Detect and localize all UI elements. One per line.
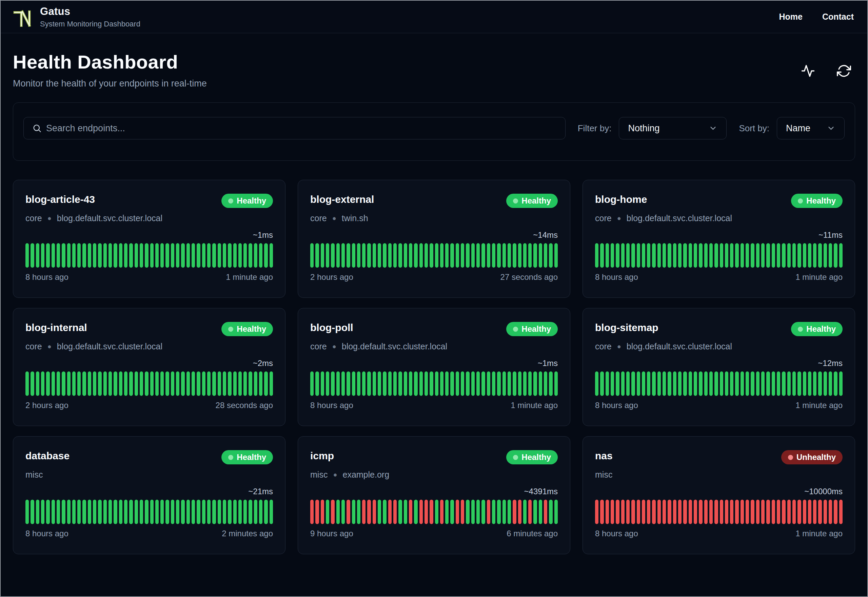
uptime-bar[interactable] (808, 371, 812, 396)
uptime-bar[interactable] (683, 243, 687, 267)
uptime-bar[interactable] (813, 500, 816, 524)
uptime-bar[interactable] (264, 500, 268, 524)
uptime-bar[interactable] (829, 500, 832, 524)
uptime-bar[interactable] (181, 500, 184, 524)
uptime-bar[interactable] (611, 243, 614, 267)
uptime-bar[interactable] (41, 243, 44, 267)
uptime-bar[interactable] (145, 500, 148, 524)
uptime-bar[interactable] (254, 243, 257, 267)
uptime-bar[interactable] (714, 500, 718, 524)
uptime-bar[interactable] (82, 243, 86, 267)
uptime-bar[interactable] (662, 371, 666, 396)
uptime-bar[interactable] (595, 243, 598, 267)
uptime-bar[interactable] (626, 243, 630, 267)
uptime-bar[interactable] (197, 500, 200, 524)
uptime-bar[interactable] (41, 500, 44, 524)
uptime-bar[interactable] (533, 500, 537, 524)
uptime-bar[interactable] (191, 371, 195, 396)
uptime-bar[interactable] (212, 500, 216, 524)
uptime-bar[interactable] (616, 500, 619, 524)
uptime-bar[interactable] (409, 500, 412, 524)
uptime-bar[interactable] (761, 371, 764, 396)
uptime-bar[interactable] (533, 243, 537, 267)
uptime-bar[interactable] (46, 500, 49, 524)
uptime-bar[interactable] (523, 500, 527, 524)
uptime-bar[interactable] (352, 500, 355, 524)
endpoint-card[interactable]: icmp Healthy misc ● example.org ~4391ms … (298, 436, 570, 554)
uptime-bar[interactable] (456, 243, 459, 267)
uptime-bar[interactable] (166, 243, 169, 267)
uptime-bar[interactable] (181, 243, 184, 267)
uptime-bar[interactable] (254, 371, 257, 396)
uptime-bar[interactable] (445, 371, 449, 396)
uptime-bar[interactable] (108, 371, 112, 396)
uptime-bar[interactable] (735, 243, 739, 267)
uptime-bar[interactable] (803, 243, 806, 267)
uptime-bar[interactable] (466, 371, 469, 396)
uptime-bar[interactable] (741, 500, 744, 524)
uptime-bar[interactable] (124, 371, 127, 396)
uptime-bar[interactable] (46, 371, 49, 396)
uptime-bar[interactable] (270, 371, 273, 396)
uptime-bar[interactable] (124, 500, 127, 524)
uptime-bar[interactable] (321, 500, 324, 524)
uptime-bar[interactable] (119, 371, 122, 396)
uptime-bar[interactable] (160, 243, 164, 267)
uptime-bar[interactable] (326, 243, 329, 267)
uptime-bar[interactable] (62, 371, 65, 396)
uptime-bar[interactable] (160, 500, 164, 524)
uptime-bar[interactable] (419, 500, 423, 524)
uptime-bar[interactable] (626, 500, 630, 524)
uptime-bar[interactable] (98, 371, 101, 396)
uptime-bar[interactable] (218, 371, 221, 396)
uptime-bar[interactable] (425, 500, 428, 524)
uptime-bar[interactable] (714, 371, 718, 396)
uptime-bar[interactable] (611, 371, 614, 396)
uptime-bar[interactable] (197, 371, 200, 396)
uptime-bar[interactable] (751, 500, 754, 524)
uptime-bar[interactable] (497, 243, 501, 267)
uptime-bar[interactable] (508, 243, 511, 267)
uptime-bar[interactable] (652, 500, 655, 524)
uptime-bar[interactable] (62, 243, 65, 267)
uptime-bar[interactable] (694, 243, 697, 267)
uptime-bar[interactable] (93, 500, 96, 524)
uptime-bar[interactable] (756, 243, 760, 267)
uptime-bar[interactable] (331, 500, 334, 524)
uptime-bar[interactable] (471, 243, 475, 267)
uptime-bar[interactable] (129, 243, 133, 267)
uptime-bar[interactable] (393, 243, 397, 267)
uptime-bar[interactable] (539, 371, 542, 396)
uptime-bar[interactable] (72, 371, 76, 396)
uptime-bar[interactable] (321, 371, 324, 396)
uptime-bar[interactable] (414, 243, 418, 267)
uptime-bar[interactable] (233, 371, 237, 396)
uptime-bar[interactable] (176, 371, 179, 396)
uptime-bar[interactable] (82, 500, 86, 524)
uptime-bar[interactable] (497, 500, 501, 524)
uptime-bar[interactable] (223, 500, 226, 524)
uptime-bar[interactable] (264, 243, 268, 267)
uptime-bar[interactable] (761, 500, 764, 524)
uptime-bar[interactable] (378, 500, 381, 524)
uptime-bar[interactable] (829, 243, 832, 267)
uptime-bar[interactable] (430, 371, 433, 396)
uptime-bar[interactable] (751, 243, 754, 267)
uptime-bar[interactable] (249, 243, 252, 267)
uptime-bar[interactable] (476, 371, 480, 396)
uptime-bar[interactable] (725, 500, 728, 524)
uptime-bar[interactable] (243, 371, 247, 396)
uptime-bar[interactable] (662, 243, 666, 267)
uptime-bar[interactable] (508, 371, 511, 396)
uptime-bar[interactable] (533, 371, 537, 396)
uptime-bar[interactable] (398, 371, 402, 396)
uptime-bar[interactable] (373, 243, 376, 267)
uptime-bar[interactable] (549, 243, 552, 267)
uptime-bar[interactable] (336, 371, 340, 396)
uptime-bar[interactable] (606, 500, 609, 524)
uptime-bar[interactable] (502, 500, 506, 524)
uptime-bar[interactable] (668, 243, 671, 267)
uptime-bar[interactable] (668, 500, 671, 524)
uptime-bar[interactable] (52, 500, 55, 524)
uptime-bar[interactable] (310, 371, 314, 396)
